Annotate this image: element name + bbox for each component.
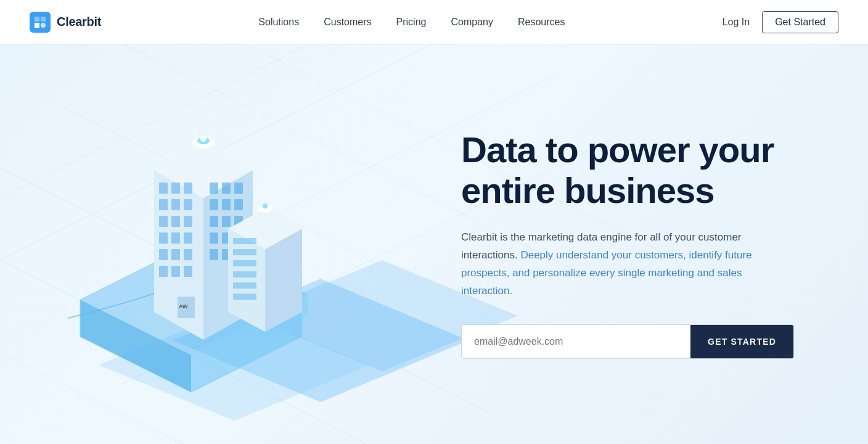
svg-point-64 bbox=[208, 130, 210, 131]
svg-rect-43 bbox=[222, 183, 231, 194]
svg-rect-51 bbox=[210, 232, 218, 244]
svg-rect-28 bbox=[171, 199, 180, 210]
svg-rect-34 bbox=[171, 232, 180, 244]
svg-point-62 bbox=[211, 132, 214, 134]
svg-point-63 bbox=[194, 134, 196, 136]
svg-rect-37 bbox=[171, 249, 180, 260]
svg-rect-44 bbox=[234, 183, 243, 194]
logo-icon bbox=[30, 12, 51, 33]
svg-rect-36 bbox=[159, 249, 168, 260]
svg-rect-35 bbox=[184, 232, 192, 244]
hero-cta-form: GET STARTED bbox=[461, 324, 794, 359]
svg-rect-32 bbox=[184, 216, 192, 227]
svg-rect-24 bbox=[159, 183, 168, 194]
svg-rect-70 bbox=[233, 260, 256, 266]
svg-text:AW: AW bbox=[179, 303, 188, 310]
hero-content: Data to power your entire business Clear… bbox=[424, 44, 868, 444]
get-started-button[interactable]: GET STARTED bbox=[690, 325, 793, 358]
nav-item-resources[interactable]: Resources bbox=[518, 17, 565, 27]
login-link[interactable]: Log In bbox=[723, 17, 750, 28]
isometric-buildings: AW bbox=[18, 72, 364, 417]
nav-actions: Log In Get Started bbox=[723, 11, 838, 33]
get-started-nav-button[interactable]: Get Started bbox=[762, 11, 838, 33]
logo-link[interactable]: Clearbit bbox=[30, 12, 101, 33]
svg-rect-26 bbox=[184, 183, 192, 194]
email-input[interactable] bbox=[462, 325, 690, 358]
nav-item-company[interactable]: Company bbox=[451, 17, 493, 27]
svg-rect-0 bbox=[30, 12, 51, 33]
svg-rect-45 bbox=[210, 199, 218, 210]
svg-rect-31 bbox=[171, 216, 180, 227]
svg-rect-42 bbox=[210, 183, 218, 194]
svg-rect-40 bbox=[171, 266, 180, 277]
logo-text: Clearbit bbox=[57, 15, 101, 29]
svg-rect-73 bbox=[233, 294, 256, 300]
svg-point-75 bbox=[263, 204, 268, 208]
nav-links: Solutions Customers Pricing Company Reso… bbox=[258, 17, 565, 28]
svg-rect-25 bbox=[171, 183, 180, 194]
hero-section: AW bbox=[0, 44, 868, 444]
svg-rect-30 bbox=[159, 216, 168, 227]
nav-item-solutions[interactable]: Solutions bbox=[258, 17, 299, 27]
svg-rect-48 bbox=[210, 216, 218, 227]
svg-rect-46 bbox=[222, 199, 231, 210]
hero-illustration: AW bbox=[0, 44, 382, 444]
svg-rect-39 bbox=[159, 266, 168, 277]
hero-description: Clearbit is the marketing data engine fo… bbox=[461, 229, 769, 300]
svg-point-61 bbox=[200, 136, 207, 142]
svg-rect-41 bbox=[184, 266, 192, 277]
svg-rect-54 bbox=[210, 249, 218, 260]
svg-rect-29 bbox=[184, 199, 192, 210]
svg-rect-69 bbox=[233, 249, 256, 255]
svg-rect-71 bbox=[233, 271, 256, 278]
navbar: Clearbit Solutions Customers Pricing Com… bbox=[0, 0, 868, 44]
svg-rect-68 bbox=[233, 238, 256, 244]
nav-item-pricing[interactable]: Pricing bbox=[396, 17, 427, 27]
svg-rect-38 bbox=[184, 249, 192, 260]
svg-rect-49 bbox=[222, 216, 231, 227]
svg-rect-72 bbox=[233, 282, 256, 289]
hero-title: Data to power your entire business bbox=[461, 130, 819, 212]
svg-rect-33 bbox=[159, 232, 168, 244]
nav-item-customers[interactable]: Customers bbox=[324, 17, 371, 27]
svg-rect-27 bbox=[159, 199, 168, 210]
svg-rect-47 bbox=[234, 199, 243, 210]
